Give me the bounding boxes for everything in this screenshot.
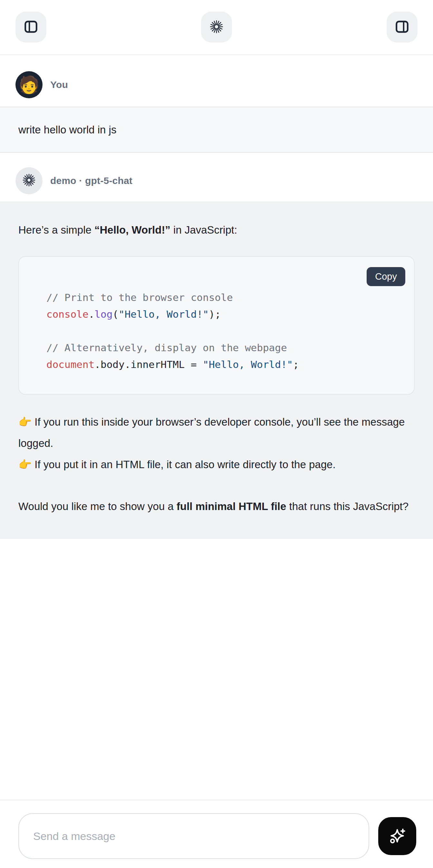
code-line: // Print to the browser console xyxy=(47,289,401,306)
chat-app: 🧑 You write hello world in js xyxy=(0,0,433,868)
assistant-question: Would you like me to show you a full min… xyxy=(18,496,415,517)
panel-right-icon xyxy=(394,19,410,36)
assistant-intro: Here’s a simple “Hello, World!” in JavaS… xyxy=(18,219,415,241)
sparkle-icon xyxy=(387,826,407,847)
user-sender-name: You xyxy=(50,79,68,90)
code-line: document.body.innerHTML = "Hello, World!… xyxy=(47,356,401,373)
starburst-icon xyxy=(22,173,36,189)
user-message-text: write hello world in js xyxy=(18,124,116,136)
question-suffix: that runs this JavaScript? xyxy=(286,500,408,512)
code-line: console.log("Hello, World!"); xyxy=(47,306,401,322)
right-panel-toggle-button[interactable] xyxy=(386,11,417,42)
panel-left-icon xyxy=(23,19,39,36)
message-input[interactable] xyxy=(18,813,369,859)
sidebar-toggle-button[interactable] xyxy=(16,11,47,42)
model-menu-button[interactable] xyxy=(201,11,232,42)
code-line xyxy=(47,322,401,339)
assistant-notes: 👉 If you run this inside your browser’s … xyxy=(18,411,415,475)
user-turn-header: 🧑 You xyxy=(0,71,433,98)
note-line: 👉 If you put it in an HTML file, it can … xyxy=(18,459,336,470)
assistant-message: Here’s a simple “Hello, World!” in JavaS… xyxy=(0,202,433,539)
question-bold: full minimal HTML file xyxy=(177,500,286,512)
code-content: // Print to the browser consoleconsole.l… xyxy=(47,289,401,373)
starburst-icon xyxy=(209,19,224,36)
assistant-turn-header: demo · gpt-5-chat xyxy=(0,167,433,194)
note-line: 👉 If you run this inside your browser’s … xyxy=(18,416,405,449)
copy-code-button[interactable]: Copy xyxy=(367,267,405,286)
top-bar xyxy=(0,0,433,55)
user-message: write hello world in js xyxy=(0,107,433,153)
assistant-avatar xyxy=(16,167,42,194)
intro-prefix: Here’s a simple xyxy=(18,224,94,236)
assistant-sender-name: demo · gpt-5-chat xyxy=(50,175,132,186)
send-button[interactable] xyxy=(378,817,416,855)
user-avatar-emoji: 🧑 xyxy=(19,76,40,93)
question-prefix: Would you like me to show you a xyxy=(18,500,177,512)
intro-suffix: in JavaScript: xyxy=(171,224,237,236)
user-avatar: 🧑 xyxy=(16,71,42,98)
composer xyxy=(0,800,433,868)
code-line: // Alternatively, display on the webpage xyxy=(47,339,401,356)
intro-bold: “Hello, World!” xyxy=(94,224,171,236)
code-block: Copy // Print to the browser consolecons… xyxy=(18,256,415,395)
